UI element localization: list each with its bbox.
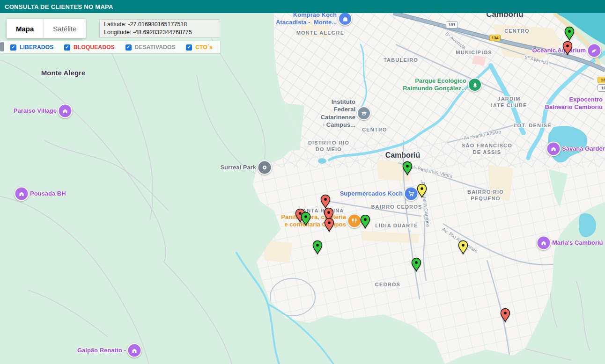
map-view-button[interactable]: Mapa (7, 19, 43, 38)
panificadora-campos-category-icon[interactable] (347, 214, 362, 228)
area-label: SÃO FRANCISCO DE ASSIS (462, 142, 512, 156)
area-label: CEDROS (375, 281, 400, 288)
galpao-renatto-category-icon[interactable] (127, 343, 142, 358)
komprao-koch-category-icon[interactable] (338, 12, 352, 26)
paraiso-village-category-icon[interactable] (58, 104, 73, 118)
poi-label-savana-garden: Savana Garden (562, 145, 605, 153)
app-window: CONSULTA DE CLIENTES NO MAPA (0, 0, 605, 364)
coordinates-panel: Latitude: -27.016980165177518 Longitude:… (99, 19, 220, 38)
savana-garden-category-icon[interactable] (546, 142, 561, 156)
route-shield-icon: 10 (598, 84, 605, 92)
route-shield-icon: 101 (446, 21, 458, 29)
route-shield-icon: 13 (598, 77, 605, 83)
filter-ctos[interactable]: ✓CTO´s (186, 44, 213, 51)
poi-label-panificadora-campos: Panificadora, cafeteria e confeitaria Ca… (281, 213, 346, 229)
poi-label-expocentro: Expocentro Balneário Camboriú (545, 96, 603, 111)
satellite-view-button[interactable]: Satélite (43, 19, 86, 38)
poi-label-komprao-koch: Komprão Koch Atacadista - Monte... (276, 11, 337, 27)
oceanic-aquarium-category-icon[interactable] (587, 44, 602, 58)
poi-label-oceanic-aquarium: Oceanic Aquarium (532, 47, 586, 54)
poi-label-parque-ecologico: Parque Ecológico Raimundo Gonçález... (403, 77, 466, 93)
map-canvas[interactable]: MONTE ALEGRETABULEIROMUNICÍPIOSCENTROCEN… (0, 13, 605, 364)
client-marker-bloqueado[interactable] (562, 41, 573, 58)
poi-label-marias-camboriu: Maria's Camboriú (552, 239, 603, 247)
client-marker-liberado[interactable] (360, 214, 370, 231)
area-label: TABULEIRO (384, 57, 418, 63)
poi-label-surreal-park: Surreal Park (220, 164, 256, 171)
client-marker-bloqueado[interactable] (500, 308, 510, 325)
poi-label-pousada-bh: Pousada BH (30, 190, 66, 197)
longitude-readout: Longitude: -48.692832344768775 (104, 29, 215, 36)
app-header: CONSULTA DE CLIENTES NO MAPA (0, 0, 605, 13)
filter-label-ctos: CTO´s (195, 44, 213, 51)
client-marker-liberado[interactable] (301, 211, 311, 228)
area-label: MONTE ALEGRE (296, 29, 345, 36)
poi-label-paraiso-village: Paraíso Village (14, 107, 57, 115)
city-label: Camboriú (385, 151, 421, 160)
client-marker-bloqueado[interactable] (324, 218, 334, 234)
area-label: BAIRRO CEDROS (371, 204, 422, 210)
area-label: LÍDIA DUARTE (375, 222, 418, 229)
area-label: CENTRO (504, 28, 530, 34)
supermercados-koch-category-icon[interactable] (404, 187, 419, 201)
filter-label-liberados: LIBERADOS (20, 44, 53, 51)
poi-label-instituto-federal: Instituto Federal Catarinense - Campus..… (321, 98, 355, 129)
checkbox-desativados[interactable]: ✓ (125, 44, 132, 51)
filter-liberados[interactable]: ✓LIBERADOS (10, 44, 53, 51)
client-marker-cto[interactable] (417, 183, 427, 200)
area-label: BAIRRO RIO PEQUENO (467, 189, 504, 202)
filter-bloqueados[interactable]: ✓BLOQUEADOS (64, 44, 115, 51)
map-terrain (0, 13, 605, 364)
page-title: CONSULTA DE CLIENTES NO MAPA (5, 3, 113, 10)
poi-label-supermercados-koch: Supermercados Koch (340, 190, 403, 197)
latitude-readout: Latitude: -27.016980165177518 (104, 22, 215, 28)
area-label: LOT. DENISE (513, 122, 551, 129)
pousada-bh-category-icon[interactable] (15, 187, 29, 201)
checkbox-ctos[interactable]: ✓ (186, 44, 192, 51)
marias-camboriu-category-icon[interactable] (537, 236, 551, 250)
client-marker-liberado[interactable] (411, 257, 421, 274)
checkbox-liberados[interactable]: ✓ (10, 44, 16, 51)
filter-desativados[interactable]: ✓DESATIVADOS (125, 44, 176, 51)
client-marker-liberado[interactable] (312, 240, 323, 257)
route-shield-icon: 134 (489, 35, 501, 41)
client-marker-cto[interactable] (458, 240, 468, 257)
surreal-park-place-icon[interactable] (258, 160, 272, 175)
city-label: Monte Alegre (41, 69, 85, 77)
filter-bar: ✓LIBERADOS✓BLOQUEADOS✓DESATIVADOS✓CTO´s (4, 41, 220, 53)
map-type-control: Mapa Satélite (7, 19, 86, 38)
client-marker-liberado[interactable] (402, 161, 413, 178)
filter-label-desativados: DESATIVADOS (135, 44, 176, 51)
poi-label-galpao-renatto: Galpão Renatto - (77, 347, 126, 354)
area-label: JARDIM IATE CLUBE (491, 95, 527, 109)
checkbox-bloqueados[interactable]: ✓ (64, 44, 70, 51)
parque-ecologico-category-icon[interactable] (468, 78, 482, 92)
instituto-federal-category-icon[interactable] (357, 106, 371, 120)
area-label: DISTRITO RIO DO MEIO (308, 139, 349, 153)
filter-label-bloqueados: BLOQUEADOS (74, 44, 115, 51)
area-label: CENTRO (362, 126, 387, 133)
area-label: MUNICÍPIOS (456, 49, 492, 56)
